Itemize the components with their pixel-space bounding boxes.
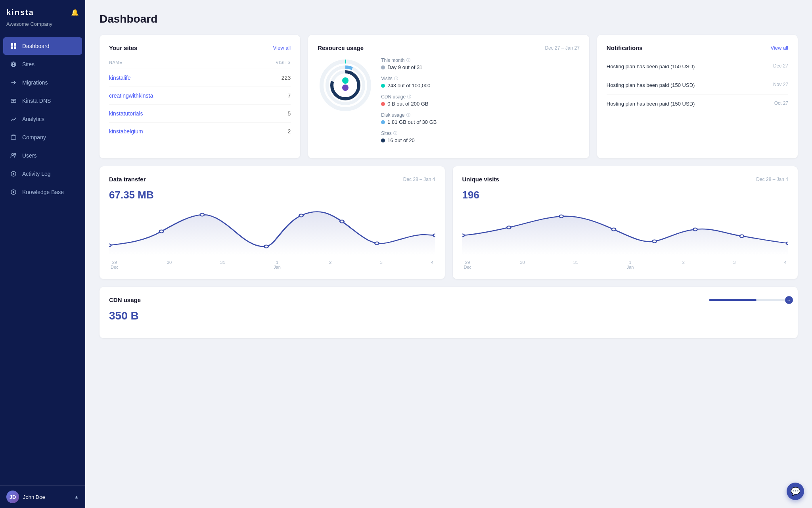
svg-point-28 (462, 234, 464, 237)
cdn-header: CDN usage → (109, 296, 788, 303)
resource-usage-date: Dec 27 – Jan 27 (545, 45, 579, 51)
cdn-value: 0 B out of 200 GB (387, 101, 428, 107)
resource-donut-area: This month ⓘ Day 9 out of 31 Visits ⓘ (318, 58, 580, 149)
activity-log-icon (10, 170, 17, 178)
svg-point-20 (109, 244, 111, 247)
svg-point-33 (693, 228, 697, 231)
your-sites-header: Your sites View all (109, 44, 291, 51)
sidebar-item-sites[interactable]: Sites (3, 56, 82, 73)
sidebar-item-label: Activity Log (22, 171, 51, 177)
sidebar-item-label: Dashboard (22, 43, 50, 49)
site-link[interactable]: kinstabelgium (109, 128, 143, 135)
dot-teal (381, 84, 385, 88)
charts-row: Data transfer Dec 28 – Jan 4 67.35 MB (100, 166, 798, 279)
notification-text: Hosting plan has been paid (150 USD) (607, 63, 768, 70)
svg-point-21 (159, 230, 163, 233)
table-row: creatingwithkinsta 7 (109, 87, 291, 105)
svg-point-32 (652, 240, 656, 243)
svg-rect-1 (14, 43, 16, 46)
data-transfer-metric: 67.35 MB (109, 189, 435, 201)
visits-label: Visits (381, 76, 392, 81)
notifications-bell-icon[interactable]: 🔔 (71, 9, 79, 16)
this-month-value: Day 9 out of 31 (387, 64, 422, 70)
svg-point-11 (13, 191, 14, 193)
site-visits: 7 (287, 92, 291, 99)
notification-date: Dec 27 (773, 63, 788, 69)
sidebar: kinsta 🔔 Awesome Company Dashboard Sites… (0, 0, 85, 508)
sites-table: NAME VISITS kinstalife 223creatingwithki… (109, 58, 291, 140)
sidebar-item-migrations[interactable]: Migrations (3, 74, 82, 91)
notifications-title: Notifications (607, 44, 643, 51)
col-visits: VISITS (276, 60, 291, 65)
this-month-label: This month (381, 58, 404, 63)
logo: kinsta (6, 8, 34, 17)
notification-date: Oct 27 (774, 100, 788, 106)
data-transfer-title: Data transfer (109, 176, 146, 183)
dot-navy (381, 139, 385, 142)
dot-blue (381, 120, 385, 124)
sites-list: kinstalife 223creatingwithkinsta 7kinsta… (109, 69, 291, 140)
list-item: Hosting plan has been paid (150 USD) Nov… (607, 76, 788, 95)
svg-point-34 (739, 235, 743, 238)
sidebar-item-users[interactable]: Users (3, 147, 82, 164)
svg-point-31 (611, 228, 615, 231)
resource-usage-header: Resource usage Dec 27 – Jan 27 (318, 44, 580, 51)
site-link[interactable]: kinstalife (109, 75, 130, 81)
sidebar-item-label: Company (22, 134, 46, 140)
sidebar-item-kinsta-dns[interactable]: Kinsta DNS (3, 92, 82, 110)
site-link[interactable]: creatingwithkinsta (109, 92, 153, 99)
info-icon-cdn[interactable]: ⓘ (407, 94, 411, 100)
sidebar-item-company[interactable]: Company (3, 129, 82, 146)
sidebar-header: kinsta 🔔 (0, 0, 85, 21)
cdn-usage-card: CDN usage → 350 B (100, 287, 798, 338)
svg-point-6 (12, 154, 14, 156)
svg-rect-3 (14, 46, 16, 49)
company-name: Awesome Company (0, 21, 85, 33)
info-icon[interactable]: ⓘ (406, 58, 410, 63)
your-sites-view-all[interactable]: View all (273, 45, 291, 51)
chevron-up-icon[interactable]: ▲ (74, 494, 79, 500)
your-sites-card: Your sites View all NAME VISITS kinstali… (100, 35, 300, 158)
info-icon-visits[interactable]: ⓘ (394, 76, 398, 81)
sidebar-item-label: Users (22, 152, 37, 159)
cdn-row: CDN usage → 350 B (100, 287, 798, 338)
notifications-card: Notifications View all Hosting plan has … (597, 35, 798, 158)
sidebar-item-activity-log[interactable]: Activity Log (3, 165, 82, 183)
knowledge-base-icon (10, 188, 17, 196)
svg-point-19 (342, 85, 349, 91)
info-icon-disk[interactable]: ⓘ (406, 112, 410, 118)
chat-bubble[interactable]: 💬 (787, 483, 804, 500)
sidebar-item-knowledge-base[interactable]: Knowledge Base (3, 183, 82, 201)
migrations-icon (10, 79, 17, 87)
site-visits: 2 (287, 128, 291, 135)
cdn-metric: 350 B (109, 310, 788, 322)
svg-point-26 (375, 242, 379, 245)
site-link[interactable]: kinstatutorials (109, 110, 143, 117)
users-icon (10, 152, 17, 160)
svg-point-23 (264, 245, 268, 248)
resource-usage-title: Resource usage (318, 44, 364, 51)
visits-value: 243 out of 100,000 (387, 83, 430, 89)
unique-visits-card: Unique visits Dec 28 – Jan 4 196 (453, 166, 798, 279)
sidebar-item-label: Knowledge Base (22, 189, 64, 195)
disk-label: Disk usage (381, 112, 404, 118)
stat-cdn: CDN usage ⓘ 0 B out of 200 GB (381, 94, 580, 107)
main-content: Dashboard Your sites View all NAME VISIT… (85, 0, 812, 508)
kinsta-dns-icon (10, 97, 17, 105)
sidebar-footer: JD John Doe ▲ (0, 485, 85, 508)
unique-visits-chart: 29Dec 30 31 1Jan 2 3 4 (462, 208, 789, 269)
sidebar-item-analytics[interactable]: Analytics (3, 110, 82, 128)
notifications-view-all[interactable]: View all (770, 45, 788, 51)
sites-table-header: NAME VISITS (109, 58, 291, 69)
site-visits: 223 (282, 75, 291, 81)
analytics-icon (10, 115, 17, 123)
x-axis-labels: 29Dec 30 31 1Jan 2 3 4 (109, 260, 435, 269)
info-icon-sites[interactable]: ⓘ (393, 131, 397, 136)
sidebar-nav: Dashboard Sites Migrations Kinsta DNS An… (0, 33, 85, 485)
your-sites-title: Your sites (109, 44, 137, 51)
svg-point-27 (433, 234, 435, 237)
donut-chart (318, 58, 373, 113)
table-row: kinstabelgium 2 (109, 123, 291, 140)
sidebar-item-dashboard[interactable]: Dashboard (3, 37, 82, 55)
sidebar-item-label: Migrations (22, 79, 48, 86)
